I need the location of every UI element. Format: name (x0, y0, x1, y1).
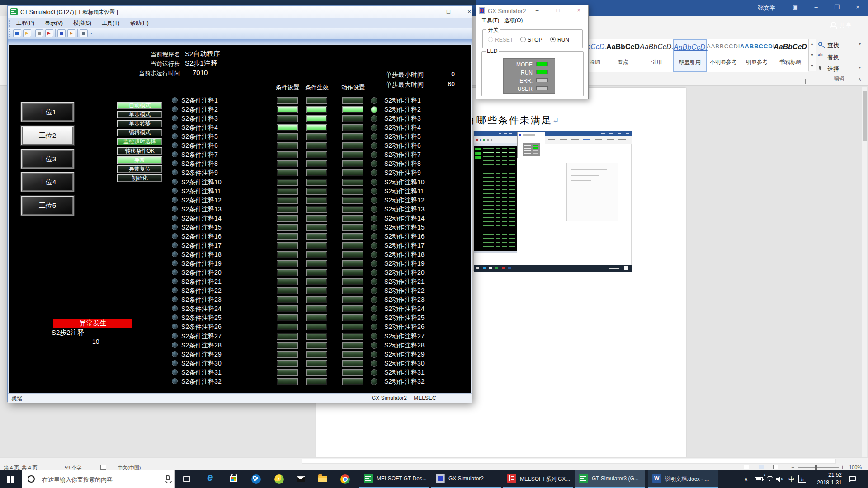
condition-led-icon (172, 287, 178, 293)
taskbar-button-3[interactable]: MELSOFT系列 GX... (503, 470, 573, 488)
gx-menu-options[interactable]: 选项(O) (504, 17, 523, 24)
tool-circle-icon[interactable] (251, 474, 261, 484)
action-center-icon[interactable] (849, 476, 856, 481)
stop-icon[interactable] (45, 29, 53, 37)
gx-close-button[interactable]: × (574, 6, 584, 14)
zoom-slider-thumb[interactable] (815, 465, 817, 470)
gx-maximize-button[interactable]: □ (553, 6, 563, 14)
gt-title-bar[interactable]: GT Simulator3 (GT27) [工程标题未设置 ] – □ × (8, 6, 472, 18)
clock[interactable]: 21:52 2018-1-31 (812, 471, 842, 487)
mini-taskbar-dot (502, 267, 505, 269)
volume-muted-icon[interactable]: × (776, 477, 785, 482)
zoom-level[interactable]: 100% (849, 465, 862, 470)
share-button[interactable]: 共享 (829, 20, 865, 33)
task-view-icon[interactable] (183, 476, 190, 482)
condition-comment: S2条件注释13 (181, 206, 222, 214)
start-button[interactable] (0, 470, 22, 488)
proofing-icon[interactable] (100, 465, 106, 470)
ime-type-indicator[interactable]: 五 (798, 475, 806, 483)
action-led-icon (371, 169, 377, 176)
battery-icon[interactable] (755, 477, 763, 481)
indicator-bar (342, 287, 363, 294)
read-mode-icon[interactable] (744, 465, 749, 469)
radio-run[interactable] (550, 37, 556, 42)
microphone-icon[interactable] (166, 475, 170, 480)
gt-close-button[interactable]: × (462, 7, 476, 16)
scrollbar-thumb[interactable] (302, 459, 836, 464)
style-item-3[interactable]: AaBbCcD.明显引用 (673, 39, 707, 72)
styles-dialog-launcher-icon[interactable] (800, 79, 806, 84)
word-minimize-button[interactable]: – (808, 2, 824, 13)
taskbar-search-box[interactable]: 在这里输入你要搜索的内容 (22, 470, 175, 488)
word-restore-button[interactable]: ❐ (829, 2, 844, 13)
ime-mode-indicator[interactable]: 中 (788, 475, 794, 483)
indicator-bar (342, 160, 363, 167)
save-icon[interactable] (35, 29, 43, 37)
style-item-4[interactable]: AABBCCDI不明显参考 (707, 39, 740, 72)
action-comment: S2动作注释16 (384, 233, 425, 241)
zoom-in-button[interactable]: + (841, 464, 844, 470)
toolbar-overflow-icon[interactable]: ▾ (90, 31, 92, 35)
print-layout-icon[interactable] (759, 465, 764, 469)
radio-stop[interactable] (520, 37, 526, 42)
file-explorer-icon[interactable] (318, 476, 327, 482)
mini-control-mark (601, 133, 605, 134)
scrollbar-thumb[interactable] (863, 91, 867, 141)
word-close-button[interactable]: × (850, 2, 865, 13)
find-button[interactable]: 查找 ▾ (816, 40, 867, 51)
status-separator (410, 395, 410, 402)
gx-title-bar[interactable]: GX Simulator2 – □ × (476, 5, 588, 16)
replace-button[interactable]: ab 替换 (816, 52, 867, 62)
collapse-ribbon-icon[interactable]: ∧ (858, 77, 861, 82)
gt-menu-item-3[interactable]: 工具(T) (99, 19, 123, 27)
open-icon[interactable] (13, 29, 21, 37)
melsoft-gt-designer-icon (364, 474, 373, 483)
mini-row-line (509, 209, 515, 210)
style-item-2[interactable]: AaBbCcD.引用 (640, 39, 673, 72)
edge-icon[interactable] (207, 474, 217, 484)
gt-menu-item-1[interactable]: 显示(V) (42, 19, 66, 27)
gx-menu-tools[interactable]: 工具(T) (481, 17, 499, 24)
gallery-scroll-up-icon[interactable]: ▴ (808, 39, 816, 50)
taskbar-button-2[interactable]: GX Simulator2 (431, 470, 501, 488)
taskbar-button-4[interactable]: GT Simulator3 (G... (575, 470, 645, 488)
wifi-icon[interactable] (766, 476, 773, 482)
tray-chevron-icon[interactable]: ∧ (744, 476, 748, 483)
document-text[interactable]: 有哪些条件未满足↵ (466, 114, 559, 127)
gallery-more-icon[interactable]: ▾ (808, 61, 816, 71)
gt-menu-item-2[interactable]: 模拟(S) (70, 19, 94, 27)
word-account-name[interactable]: 张文举 (758, 4, 775, 12)
web-layout-icon[interactable] (773, 465, 778, 469)
open-folder-icon[interactable] (23, 29, 31, 37)
action-led-icon (371, 233, 377, 240)
tools-icon[interactable] (80, 29, 88, 37)
gallery-scroll-down-icon[interactable]: ▾ (808, 50, 816, 61)
media-circle-icon[interactable] (274, 474, 284, 484)
style-item-6[interactable]: AaBbCcD书籍标题 (774, 39, 807, 72)
taskbar-button-1[interactable]: MELSOFT GT Des... (359, 470, 429, 488)
toolbar-separator (55, 29, 56, 37)
vertical-scrollbar[interactable] (862, 87, 867, 457)
gx-minimize-button[interactable]: – (532, 6, 542, 14)
gt-menu-item-0[interactable]: 工程(P) (13, 19, 38, 27)
horizontal-scrollbar[interactable] (0, 457, 868, 464)
style-item-5[interactable]: AABBCCDI明显参考 (740, 39, 774, 72)
taskbar-button-5[interactable]: 说明文档.docx - ... (648, 470, 718, 488)
store-icon[interactable] (230, 476, 237, 482)
gt-maximize-button[interactable]: □ (442, 7, 455, 16)
action-comment: S2动作注释30 (384, 360, 425, 368)
device-search-icon[interactable] (57, 29, 66, 37)
zoom-out-button[interactable]: − (791, 464, 794, 470)
gt-menu-item-4[interactable]: 帮助(H) (127, 19, 152, 27)
zoom-slider[interactable] (798, 467, 839, 468)
select-button[interactable]: 选择 ▾ (816, 63, 867, 74)
mail-icon[interactable] (297, 476, 305, 482)
mini-mode-block (475, 152, 481, 155)
chrome-icon[interactable] (340, 474, 350, 484)
transfer-icon[interactable] (67, 29, 75, 37)
indicator-bar (306, 215, 327, 222)
ribbon-display-options-icon[interactable]: ▣ (788, 2, 803, 13)
gt-minimize-button[interactable]: – (421, 7, 435, 16)
style-item-1[interactable]: AaBbCcD要点 (606, 39, 640, 72)
embedded-screenshot-image[interactable] (473, 131, 632, 271)
